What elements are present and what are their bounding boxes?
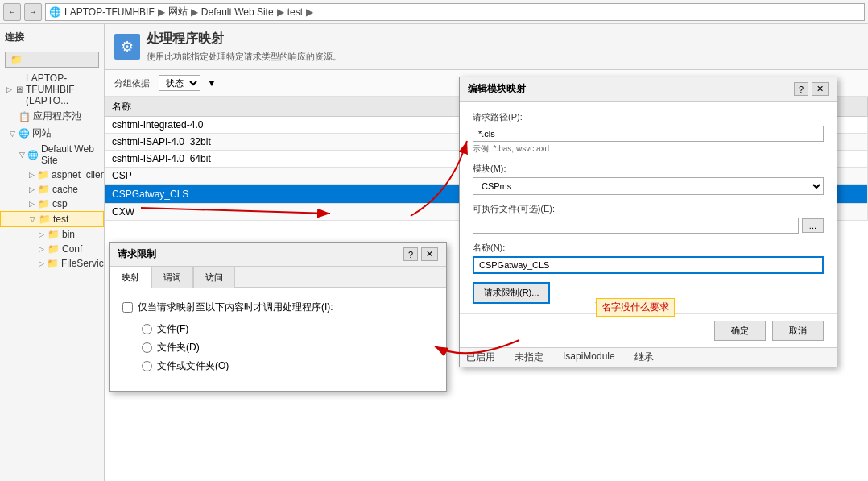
status-unspecified: 未指定 bbox=[515, 350, 544, 364]
radio-folder-label: 文件夹(D) bbox=[157, 341, 200, 355]
test-folder-icon: 📁 bbox=[39, 214, 51, 225]
apppool-icon: 📋 bbox=[19, 111, 31, 122]
name-input[interactable] bbox=[473, 256, 824, 274]
fileservice-folder-icon: 📁 bbox=[47, 258, 59, 269]
request-limit-dialog: 请求限制 ? ✕ 映射 谓词 访问 仅当请求映射至以下内容时才调用处理程序(I)… bbox=[109, 242, 447, 392]
address-bar: 🌐 LAPTOP-TFUMHBIF ▶ 网站 ▶ Default Web Sit… bbox=[45, 3, 865, 21]
computer-icon: 🖥 bbox=[14, 85, 23, 94]
name-label: 名称(N): bbox=[473, 242, 824, 254]
test-expand-icon: ▽ bbox=[30, 215, 36, 223]
sidebar-item-csp[interactable]: ▷ 📁 csp bbox=[0, 197, 104, 211]
edit-dialog-help-button[interactable]: ? bbox=[794, 82, 808, 96]
radio-file-label: 文件(F) bbox=[157, 322, 188, 336]
radio-file-row: 文件(F) bbox=[142, 322, 433, 336]
radio-folder-row: 文件夹(D) bbox=[142, 341, 433, 355]
sites-expand-icon: ▽ bbox=[10, 130, 16, 138]
radio-folder[interactable] bbox=[142, 342, 152, 353]
edit-dialog-footer: 确定 取消 bbox=[460, 313, 837, 347]
status-enabled: 已启用 bbox=[466, 350, 495, 364]
bin-folder-icon: 📁 bbox=[48, 229, 60, 240]
radio-file-or-folder[interactable] bbox=[142, 361, 152, 371]
module-label: 模块(M): bbox=[473, 163, 824, 175]
forward-button[interactable]: → bbox=[24, 3, 42, 21]
radio-file-or-folder-label: 文件或文件夹(O) bbox=[157, 359, 229, 373]
sidebar-item-bin[interactable]: ▷ 📁 bin bbox=[0, 227, 104, 242]
req-dialog-help-button[interactable]: ? bbox=[403, 247, 418, 261]
sidebar-item-default-site[interactable]: ▽ 🌐 Default Web Site bbox=[0, 142, 104, 168]
edit-module-dialog: 编辑模块映射 ? ✕ 请求路径(P): 示例: *.bas, wsvc.axd … bbox=[459, 77, 837, 367]
conf-folder-icon: 📁 bbox=[48, 243, 60, 255]
req-dialog-close-button[interactable]: ✕ bbox=[421, 247, 438, 261]
radio-file-or-folder-row: 文件或文件夹(O) bbox=[142, 359, 433, 373]
status-inherit: 继承 bbox=[634, 350, 654, 364]
request-limit-button[interactable]: 请求限制(R)... bbox=[473, 282, 550, 304]
sidebar-item-sites[interactable]: ▽ 🌐 网站 bbox=[0, 125, 104, 142]
module-select[interactable]: CSPms bbox=[473, 177, 824, 195]
edit-dialog-status-bar: 已启用 未指定 IsapiModule 继承 bbox=[460, 347, 837, 367]
executable-row: 可执行文件(可选)(E): ... bbox=[473, 203, 824, 234]
sidebar-item-cache[interactable]: ▷ 📁 cache bbox=[0, 182, 104, 197]
group-label: 分组依据: bbox=[114, 77, 152, 89]
address-part-4: test bbox=[287, 6, 303, 18]
expand-icon: ▷ bbox=[6, 85, 12, 93]
req-dialog-tabs: 映射 谓词 访问 bbox=[110, 267, 446, 288]
sidebar-item-aspnet[interactable]: ▷ 📁 aspnet_client bbox=[0, 168, 104, 182]
executable-label: 可执行文件(可选)(E): bbox=[473, 203, 824, 215]
module-row: 模块(M): CSPms bbox=[473, 163, 824, 195]
sidebar-item-root[interactable]: ▷ 🖥 LAPTOP-TFUMHBIF (LAPTO... bbox=[0, 71, 104, 108]
tab-verb[interactable]: 谓词 bbox=[151, 267, 193, 288]
edit-dialog-title: 编辑模块映射 bbox=[468, 82, 526, 96]
root-label: LAPTOP-TFUMHBIF (LAPTO... bbox=[26, 73, 102, 106]
edit-dialog-body: 请求路径(P): 示例: *.bas, wsvc.axd 模块(M): CSPm… bbox=[460, 102, 837, 313]
mapping-checkbox[interactable] bbox=[122, 302, 133, 313]
req-dialog-titlebar: 请求限制 ? ✕ bbox=[110, 243, 446, 267]
panel-description: 使用此功能指定处理特定请求类型的响应的资源。 bbox=[147, 51, 341, 63]
sidebar-item-fileservice[interactable]: ▷ 📁 FileService bbox=[0, 256, 104, 271]
mapping-checkbox-label: 仅当请求映射至以下内容时才调用处理程序(I): bbox=[138, 301, 333, 314]
address-part-2: 网站 bbox=[168, 5, 188, 19]
edit-dialog-titlebar: 编辑模块映射 ? ✕ bbox=[460, 77, 837, 102]
edit-dialog-close-button[interactable]: ✕ bbox=[812, 82, 829, 96]
status-module: IsapiModule bbox=[563, 350, 615, 364]
tab-access[interactable]: 访问 bbox=[193, 267, 235, 288]
request-path-row: 请求路径(P): 示例: *.bas, wsvc.axd bbox=[473, 111, 824, 155]
filter-icon: ▼ bbox=[207, 77, 217, 89]
radio-group: 文件(F) 文件夹(D) 文件或文件夹(O) bbox=[122, 322, 433, 373]
aspnet-folder-icon: 📁 bbox=[37, 169, 49, 180]
default-site-expand-icon: ▽ bbox=[19, 151, 25, 159]
add-connection-button[interactable]: 📁 bbox=[5, 52, 99, 68]
sidebar: 连接 📁 ▷ 🖥 LAPTOP-TFUMHBIF (LAPTO... 📋 应用程… bbox=[0, 24, 105, 481]
request-path-hint: 示例: *.bas, wsvc.axd bbox=[473, 143, 824, 155]
address-part-3: Default Web Site bbox=[201, 6, 274, 18]
ok-button[interactable]: 确定 bbox=[714, 321, 766, 341]
sites-icon: 🌐 bbox=[19, 128, 30, 139]
group-select[interactable]: 状态 bbox=[159, 75, 200, 91]
browse-button[interactable]: ... bbox=[802, 218, 824, 233]
connection-section-title: 连接 bbox=[0, 27, 104, 48]
panel-title: 处理程序映射 bbox=[147, 31, 341, 48]
panel-header: ⚙ 处理程序映射 使用此功能指定处理特定请求类型的响应的资源。 bbox=[105, 24, 868, 70]
request-path-label: 请求路径(P): bbox=[473, 111, 824, 123]
annotation-name: 名字没什么要求 bbox=[596, 298, 675, 317]
add-icon: 📁 bbox=[10, 54, 23, 65]
sidebar-item-apppool[interactable]: 📋 应用程序池 bbox=[0, 108, 104, 125]
req-dialog-title: 请求限制 bbox=[118, 247, 156, 261]
sidebar-item-test[interactable]: ▽ 📁 test bbox=[0, 211, 104, 227]
tab-mapping[interactable]: 映射 bbox=[110, 267, 151, 288]
executable-input[interactable] bbox=[473, 218, 799, 234]
req-dialog-body: 仅当请求映射至以下内容时才调用处理程序(I): 文件(F) 文件夹(D) 文件或… bbox=[110, 288, 446, 391]
address-icon: 🌐 bbox=[49, 6, 61, 18]
cache-folder-icon: 📁 bbox=[38, 184, 50, 195]
mapping-checkbox-row: 仅当请求映射至以下内容时才调用处理程序(I): bbox=[122, 301, 433, 314]
request-path-input[interactable] bbox=[473, 126, 824, 142]
address-part-1: LAPTOP-TFUMHBIF bbox=[64, 6, 155, 18]
back-button[interactable]: ← bbox=[3, 3, 21, 21]
sidebar-item-conf[interactable]: ▷ 📁 Conf bbox=[0, 242, 104, 256]
radio-file[interactable] bbox=[142, 324, 152, 334]
csp-folder-icon: 📁 bbox=[38, 198, 50, 209]
default-site-icon: 🌐 bbox=[27, 150, 39, 160]
toolbar: ← → 🌐 LAPTOP-TFUMHBIF ▶ 网站 ▶ Default Web… bbox=[0, 0, 868, 24]
panel-icon: ⚙ bbox=[114, 34, 140, 60]
cancel-button[interactable]: 取消 bbox=[772, 321, 824, 341]
name-row: 名称(N): bbox=[473, 242, 824, 274]
